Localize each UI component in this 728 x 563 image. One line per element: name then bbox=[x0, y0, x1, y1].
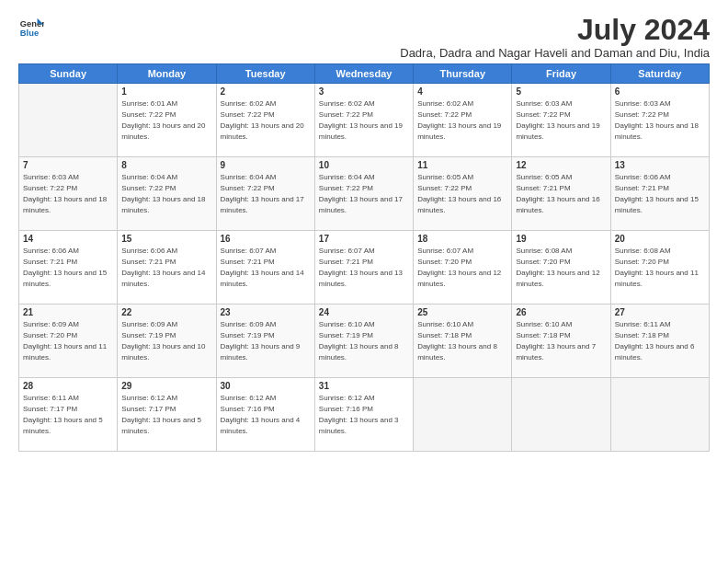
day-info: Sunrise: 6:03 AM Sunset: 7:22 PM Dayligh… bbox=[23, 172, 113, 216]
calendar-cell: 20 Sunrise: 6:08 AM Sunset: 7:20 PM Dayl… bbox=[610, 231, 709, 304]
day-info: Sunrise: 6:04 AM Sunset: 7:22 PM Dayligh… bbox=[221, 172, 311, 216]
calendar-cell bbox=[610, 378, 709, 452]
day-number: 3 bbox=[319, 86, 409, 97]
day-number: 24 bbox=[319, 307, 409, 317]
calendar-cell: 19 Sunrise: 6:08 AM Sunset: 7:20 PM Dayl… bbox=[512, 231, 610, 304]
day-number: 11 bbox=[417, 160, 507, 170]
day-number: 1 bbox=[121, 86, 211, 97]
day-number: 27 bbox=[615, 307, 705, 317]
day-info: Sunrise: 6:08 AM Sunset: 7:20 PM Dayligh… bbox=[615, 246, 705, 290]
calendar-cell: 6 Sunrise: 6:03 AM Sunset: 7:22 PM Dayli… bbox=[610, 84, 709, 157]
day-info: Sunrise: 6:06 AM Sunset: 7:21 PM Dayligh… bbox=[121, 246, 211, 290]
day-info: Sunrise: 6:10 AM Sunset: 7:18 PM Dayligh… bbox=[417, 319, 507, 363]
day-info: Sunrise: 6:09 AM Sunset: 7:19 PM Dayligh… bbox=[221, 319, 311, 363]
day-info: Sunrise: 6:08 AM Sunset: 7:20 PM Dayligh… bbox=[516, 246, 606, 290]
day-info: Sunrise: 6:12 AM Sunset: 7:17 PM Dayligh… bbox=[121, 393, 211, 437]
calendar-cell: 26 Sunrise: 6:10 AM Sunset: 7:18 PM Dayl… bbox=[512, 304, 610, 378]
weekday-fri: Friday bbox=[512, 64, 610, 84]
weekday-sun: Sunday bbox=[19, 64, 118, 84]
day-info: Sunrise: 6:11 AM Sunset: 7:18 PM Dayligh… bbox=[615, 319, 705, 363]
day-info: Sunrise: 6:03 AM Sunset: 7:22 PM Dayligh… bbox=[615, 98, 705, 143]
calendar-cell: 13 Sunrise: 6:06 AM Sunset: 7:21 PM Dayl… bbox=[610, 157, 709, 231]
day-info: Sunrise: 6:12 AM Sunset: 7:16 PM Dayligh… bbox=[319, 393, 409, 437]
weekday-wed: Wednesday bbox=[314, 64, 413, 84]
calendar-cell: 11 Sunrise: 6:05 AM Sunset: 7:22 PM Dayl… bbox=[414, 157, 512, 231]
subtitle: Dadra, Dadra and Nagar Haveli and Daman … bbox=[400, 46, 710, 60]
calendar-cell: 28 Sunrise: 6:11 AM Sunset: 7:17 PM Dayl… bbox=[19, 378, 118, 452]
day-info: Sunrise: 6:07 AM Sunset: 7:20 PM Dayligh… bbox=[417, 246, 507, 290]
day-number: 20 bbox=[615, 234, 705, 244]
day-info: Sunrise: 6:03 AM Sunset: 7:22 PM Dayligh… bbox=[516, 98, 606, 143]
calendar-cell: 9 Sunrise: 6:04 AM Sunset: 7:22 PM Dayli… bbox=[216, 157, 314, 231]
day-info: Sunrise: 6:02 AM Sunset: 7:22 PM Dayligh… bbox=[417, 98, 507, 143]
calendar-cell: 15 Sunrise: 6:06 AM Sunset: 7:21 PM Dayl… bbox=[118, 231, 216, 304]
day-number: 10 bbox=[319, 160, 409, 170]
logo-icon: General Blue bbox=[18, 15, 44, 40]
calendar-cell: 24 Sunrise: 6:10 AM Sunset: 7:19 PM Dayl… bbox=[314, 304, 413, 378]
day-info: Sunrise: 6:06 AM Sunset: 7:21 PM Dayligh… bbox=[23, 246, 113, 290]
calendar-cell: 31 Sunrise: 6:12 AM Sunset: 7:16 PM Dayl… bbox=[314, 378, 413, 452]
calendar-cell: 18 Sunrise: 6:07 AM Sunset: 7:20 PM Dayl… bbox=[414, 231, 512, 304]
calendar-week-row: 14 Sunrise: 6:06 AM Sunset: 7:21 PM Dayl… bbox=[19, 231, 710, 304]
calendar-cell: 29 Sunrise: 6:12 AM Sunset: 7:17 PM Dayl… bbox=[118, 378, 216, 452]
day-number: 18 bbox=[417, 234, 507, 244]
day-number: 28 bbox=[23, 381, 113, 391]
day-number: 31 bbox=[319, 381, 409, 391]
day-number: 22 bbox=[121, 307, 211, 317]
day-number: 29 bbox=[121, 381, 211, 391]
day-info: Sunrise: 6:10 AM Sunset: 7:18 PM Dayligh… bbox=[516, 319, 606, 363]
day-info: Sunrise: 6:07 AM Sunset: 7:21 PM Dayligh… bbox=[221, 246, 311, 290]
day-info: Sunrise: 6:11 AM Sunset: 7:17 PM Dayligh… bbox=[23, 393, 113, 437]
day-number: 8 bbox=[121, 160, 211, 170]
day-number: 30 bbox=[221, 381, 311, 391]
title-block: July 2024 Dadra, Dadra and Nagar Haveli … bbox=[400, 15, 710, 60]
calendar-cell: 17 Sunrise: 6:07 AM Sunset: 7:21 PM Dayl… bbox=[314, 231, 413, 304]
svg-text:Blue: Blue bbox=[20, 29, 39, 38]
calendar-cell: 30 Sunrise: 6:12 AM Sunset: 7:16 PM Dayl… bbox=[216, 378, 314, 452]
day-info: Sunrise: 6:07 AM Sunset: 7:21 PM Dayligh… bbox=[319, 246, 409, 290]
calendar-week-row: 28 Sunrise: 6:11 AM Sunset: 7:17 PM Dayl… bbox=[19, 378, 710, 452]
logo: General Blue bbox=[18, 15, 44, 40]
calendar-week-row: 7 Sunrise: 6:03 AM Sunset: 7:22 PM Dayli… bbox=[19, 157, 710, 231]
day-number: 16 bbox=[221, 234, 311, 244]
calendar-cell: 27 Sunrise: 6:11 AM Sunset: 7:18 PM Dayl… bbox=[610, 304, 709, 378]
calendar-cell: 12 Sunrise: 6:05 AM Sunset: 7:21 PM Dayl… bbox=[512, 157, 610, 231]
day-number: 7 bbox=[23, 160, 113, 170]
day-number: 6 bbox=[615, 86, 705, 97]
day-number: 19 bbox=[516, 234, 606, 244]
day-number: 15 bbox=[121, 234, 211, 244]
day-number: 26 bbox=[516, 307, 606, 317]
day-info: Sunrise: 6:06 AM Sunset: 7:21 PM Dayligh… bbox=[615, 172, 705, 216]
calendar-cell: 21 Sunrise: 6:09 AM Sunset: 7:20 PM Dayl… bbox=[19, 304, 118, 378]
day-info: Sunrise: 6:12 AM Sunset: 7:16 PM Dayligh… bbox=[221, 393, 311, 437]
weekday-sat: Saturday bbox=[610, 64, 709, 84]
day-info: Sunrise: 6:10 AM Sunset: 7:19 PM Dayligh… bbox=[319, 319, 409, 363]
day-number: 23 bbox=[221, 307, 311, 317]
day-info: Sunrise: 6:02 AM Sunset: 7:22 PM Dayligh… bbox=[319, 98, 409, 143]
calendar-cell: 23 Sunrise: 6:09 AM Sunset: 7:19 PM Dayl… bbox=[216, 304, 314, 378]
calendar-cell: 8 Sunrise: 6:04 AM Sunset: 7:22 PM Dayli… bbox=[118, 157, 216, 231]
calendar-week-row: 21 Sunrise: 6:09 AM Sunset: 7:20 PM Dayl… bbox=[19, 304, 710, 378]
calendar-cell: 22 Sunrise: 6:09 AM Sunset: 7:19 PM Dayl… bbox=[118, 304, 216, 378]
day-number: 5 bbox=[516, 86, 606, 97]
day-info: Sunrise: 6:04 AM Sunset: 7:22 PM Dayligh… bbox=[319, 172, 409, 216]
day-info: Sunrise: 6:09 AM Sunset: 7:19 PM Dayligh… bbox=[121, 319, 211, 363]
day-info: Sunrise: 6:01 AM Sunset: 7:22 PM Dayligh… bbox=[121, 98, 211, 143]
day-number: 17 bbox=[319, 234, 409, 244]
day-number: 12 bbox=[516, 160, 606, 170]
weekday-tue: Tuesday bbox=[216, 64, 314, 84]
calendar-cell: 14 Sunrise: 6:06 AM Sunset: 7:21 PM Dayl… bbox=[19, 231, 118, 304]
calendar-cell bbox=[19, 84, 118, 157]
calendar-cell: 10 Sunrise: 6:04 AM Sunset: 7:22 PM Dayl… bbox=[314, 157, 413, 231]
day-info: Sunrise: 6:02 AM Sunset: 7:22 PM Dayligh… bbox=[221, 98, 311, 143]
day-number: 13 bbox=[615, 160, 705, 170]
calendar-cell bbox=[512, 378, 610, 452]
weekday-thu: Thursday bbox=[414, 64, 512, 84]
weekday-mon: Monday bbox=[118, 64, 216, 84]
day-info: Sunrise: 6:05 AM Sunset: 7:22 PM Dayligh… bbox=[417, 172, 507, 216]
calendar-cell: 5 Sunrise: 6:03 AM Sunset: 7:22 PM Dayli… bbox=[512, 84, 610, 157]
day-info: Sunrise: 6:05 AM Sunset: 7:21 PM Dayligh… bbox=[516, 172, 606, 216]
day-number: 4 bbox=[417, 86, 507, 97]
calendar-table: Sunday Monday Tuesday Wednesday Thursday… bbox=[18, 63, 710, 452]
day-info: Sunrise: 6:04 AM Sunset: 7:22 PM Dayligh… bbox=[121, 172, 211, 216]
